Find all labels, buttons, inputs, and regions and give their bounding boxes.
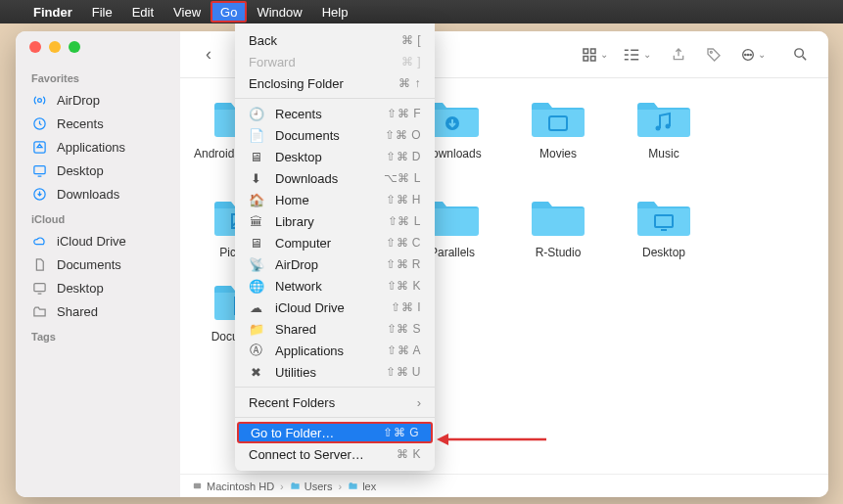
icon-view-button[interactable]: ⌄ — [580, 40, 609, 69]
window-controls — [16, 41, 180, 53]
sidebar-item-label: Desktop — [57, 163, 104, 178]
folder-icon — [530, 195, 586, 240]
menu-separator — [235, 98, 435, 99]
document-icon: 📄 — [249, 128, 263, 143]
home-icon: 🏠 — [249, 193, 263, 207]
sidebar-icloud-head: iCloud — [16, 206, 180, 229]
folder-label: Parallels — [430, 246, 475, 259]
menu-edit[interactable]: Edit — [122, 0, 164, 23]
minimize-button[interactable] — [49, 41, 61, 53]
sidebar-item-label: Shared — [57, 304, 98, 319]
document-icon — [31, 256, 47, 272]
sidebar-item-shared[interactable]: Shared — [16, 299, 180, 323]
sidebar-item-desktop[interactable]: Desktop — [16, 159, 180, 182]
group-button[interactable]: ⌄ — [615, 40, 658, 69]
sidebar-item-icloud-drive[interactable]: iCloud Drive — [16, 229, 180, 252]
folder-item[interactable]: R-Studio — [509, 195, 607, 259]
airdrop-icon — [31, 92, 47, 108]
folder-label: Music — [648, 147, 679, 160]
svg-rect-6 — [584, 49, 588, 54]
svg-point-13 — [747, 54, 748, 55]
folder-label: Desktop — [642, 246, 685, 259]
svg-rect-9 — [591, 56, 596, 61]
applications-icon: Ⓐ — [249, 342, 263, 359]
path-label: lex — [362, 481, 376, 492]
cloud-icon: ☁ — [249, 300, 263, 315]
path-segment[interactable]: Macintosh HD — [192, 481, 274, 492]
path-segment[interactable]: Users — [290, 481, 333, 492]
svg-point-0 — [37, 98, 41, 102]
svg-point-10 — [710, 51, 712, 53]
path-bar: Macintosh HD › Users › lex — [180, 474, 828, 497]
menu-forward[interactable]: Forward⌘ ] — [235, 51, 435, 72]
menu-back[interactable]: Back⌘ [ — [235, 29, 435, 51]
menu-documents[interactable]: 📄Documents⇧⌘ O — [235, 124, 435, 146]
chevron-right-icon: › — [338, 481, 342, 492]
menu-airdrop[interactable]: 📡AirDrop⇧⌘ R — [235, 253, 435, 275]
computer-icon: 🖥 — [249, 236, 263, 251]
sidebar-tags-head: Tags — [16, 323, 180, 346]
menu-library[interactable]: 🏛Library⇧⌘ L — [235, 210, 435, 232]
desktop-icon: 🖥 — [249, 150, 263, 164]
svg-point-14 — [750, 54, 751, 55]
chevron-right-icon: › — [417, 395, 421, 410]
svg-point-20 — [666, 124, 671, 129]
menu-go[interactable]: Go — [211, 1, 247, 23]
menu-app[interactable]: Finder — [23, 0, 82, 23]
menu-applications[interactable]: ⒶApplications⇧⌘ A — [235, 340, 435, 361]
menu-downloads[interactable]: ⬇Downloads⌥⌘ L — [235, 167, 435, 189]
menu-network[interactable]: 🌐Network⇧⌘ K — [235, 275, 435, 297]
menu-go-to-folder[interactable]: Go to Folder…⇧⌘ G — [237, 422, 433, 443]
desktop-icon — [31, 162, 47, 178]
menu-recent-folders[interactable]: Recent Folders› — [235, 391, 435, 413]
downloads-icon — [31, 186, 47, 202]
downloads-icon: ⬇ — [249, 171, 263, 186]
action-button[interactable]: ⌄ — [734, 40, 772, 69]
menu-desktop[interactable]: 🖥Desktop⇧⌘ D — [235, 146, 435, 167]
menu-window[interactable]: Window — [247, 0, 311, 23]
share-button[interactable] — [664, 40, 693, 69]
sidebar-item-applications[interactable]: Applications — [16, 135, 180, 159]
folder-icon — [635, 195, 692, 240]
search-button[interactable] — [785, 40, 815, 69]
close-button[interactable] — [29, 41, 41, 53]
sidebar-favorites-head: Favorites — [16, 65, 180, 88]
menu-utilities[interactable]: ✖Utilities⇧⌘ U — [235, 361, 435, 383]
library-icon: 🏛 — [249, 214, 263, 229]
svg-rect-3 — [33, 165, 44, 173]
sidebar-item-documents[interactable]: Documents — [16, 252, 180, 276]
utilities-icon: ✖ — [249, 365, 263, 380]
chevron-right-icon: › — [280, 481, 284, 492]
menu-file[interactable]: File — [82, 0, 122, 23]
tag-button[interactable] — [699, 40, 728, 69]
menu-enclosing[interactable]: Enclosing Folder⌘ ↑ — [235, 72, 435, 94]
menu-icloud-drive[interactable]: ☁iCloud Drive⇧⌘ I — [235, 297, 435, 318]
path-segment[interactable]: lex — [348, 481, 376, 492]
sidebar-item-recents[interactable]: Recents — [16, 112, 180, 135]
airdrop-icon: 📡 — [249, 257, 263, 272]
zoom-button[interactable] — [69, 41, 80, 53]
folder-item[interactable]: Desktop — [615, 195, 713, 259]
folder-icon — [635, 96, 692, 141]
menu-recents[interactable]: 🕘Recents⇧⌘ F — [235, 103, 435, 124]
applications-icon — [31, 139, 47, 155]
sidebar: Favorites AirDrop Recents Applications D… — [16, 31, 180, 497]
svg-rect-24 — [194, 483, 201, 489]
folder-item[interactable]: Movies — [509, 96, 607, 175]
menu-home[interactable]: 🏠Home⇧⌘ H — [235, 189, 435, 210]
sidebar-item-airdrop[interactable]: AirDrop — [16, 88, 180, 112]
folder-item[interactable]: Music — [615, 96, 713, 175]
menu-view[interactable]: View — [164, 0, 211, 23]
menu-connect-server[interactable]: Connect to Server…⌘ K — [235, 443, 435, 465]
sidebar-item-label: Recents — [57, 116, 104, 131]
menu-shared[interactable]: 📁Shared⇧⌘ S — [235, 318, 435, 340]
sidebar-item-icloud-desktop[interactable]: Desktop — [16, 276, 180, 299]
svg-rect-5 — [33, 283, 44, 291]
svg-rect-7 — [591, 49, 596, 54]
folder-label: Movies — [539, 147, 577, 160]
svg-rect-8 — [584, 56, 588, 61]
menu-help[interactable]: Help — [312, 0, 358, 23]
menu-computer[interactable]: 🖥Computer⇧⌘ C — [235, 232, 435, 253]
sidebar-item-downloads[interactable]: Downloads — [16, 182, 180, 206]
back-button[interactable]: ‹ — [194, 40, 223, 69]
